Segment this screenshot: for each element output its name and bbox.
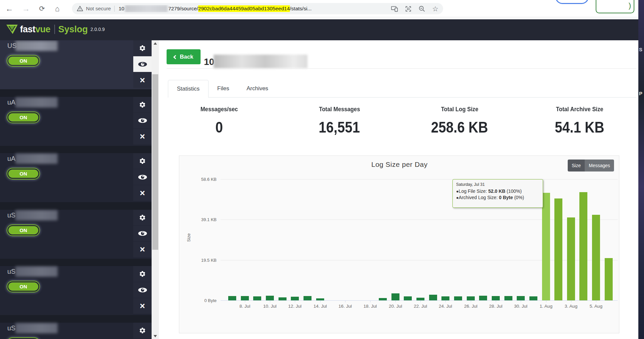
source-view-eye-icon[interactable] bbox=[133, 169, 152, 185]
stat-value: 258.6 KB bbox=[399, 118, 520, 136]
source-settings-gear-icon[interactable] bbox=[133, 153, 152, 169]
bar-archived-log-size[interactable] bbox=[517, 296, 525, 300]
toggle-on-pill[interactable]: ON bbox=[8, 57, 38, 65]
bar-log-file-size[interactable] bbox=[554, 198, 562, 300]
x-tick-label: 30. Jul bbox=[514, 304, 527, 309]
bar-archived-log-size[interactable] bbox=[379, 298, 387, 300]
bar-log-file-size[interactable] bbox=[605, 258, 613, 300]
bar-archived-log-size[interactable] bbox=[316, 298, 324, 300]
bar-archived-log-size[interactable] bbox=[279, 297, 287, 300]
devices-icon[interactable] bbox=[391, 5, 398, 12]
tooltip-date: Saturday, Jul 31 bbox=[456, 182, 539, 187]
bar-archived-log-size[interactable] bbox=[291, 297, 299, 300]
scroll-down-arrow[interactable] bbox=[152, 333, 159, 339]
stat-label: Total Log Size bbox=[399, 106, 520, 113]
toggle-on-pill[interactable]: ON bbox=[8, 170, 38, 178]
sidebar-scrollbar[interactable] bbox=[152, 40, 159, 339]
bar-archived-log-size[interactable] bbox=[404, 296, 412, 300]
browser-home-icon[interactable]: ⌂ bbox=[51, 0, 64, 17]
bar-archived-log-size[interactable] bbox=[504, 296, 512, 300]
bar-archived-log-size[interactable] bbox=[266, 296, 274, 300]
x-tick-label: 20. Jul bbox=[389, 304, 402, 309]
page-title-redacted-blur bbox=[214, 55, 308, 68]
toggle-on-pill[interactable]: ON bbox=[8, 226, 38, 234]
bar-archived-log-size[interactable] bbox=[429, 295, 437, 300]
source-delete-x-icon[interactable]: × bbox=[133, 298, 152, 314]
source-item[interactable]: uSON× bbox=[0, 266, 152, 315]
bar-archived-log-size[interactable] bbox=[441, 296, 449, 300]
bar-log-file-size[interactable] bbox=[579, 192, 587, 300]
bar-archived-log-size[interactable] bbox=[492, 296, 500, 300]
bar-archived-log-size[interactable] bbox=[529, 296, 537, 300]
source-item[interactable]: USON× bbox=[0, 40, 152, 89]
fastvue-logo: fastvue Syslog 2.0.0.9 bbox=[6, 24, 105, 35]
source-on-toggle[interactable]: ON bbox=[7, 55, 40, 67]
x-tick-label: 14. Jul bbox=[314, 304, 327, 309]
bar-log-file-size[interactable] bbox=[542, 193, 550, 300]
app-header: fastvue Syslog 2.0.0.9 bbox=[0, 19, 640, 40]
source-delete-x-icon[interactable]: × bbox=[133, 242, 152, 257]
eye-glyph bbox=[138, 118, 147, 123]
bar-archived-log-size[interactable] bbox=[454, 296, 462, 300]
source-delete-x-icon[interactable]: × bbox=[133, 72, 152, 88]
browser-toolbar: ← → ⟳ ⌂ Not secure 10 7279/source/ 2902c… bbox=[0, 0, 640, 17]
source-delete-x-icon[interactable]: × bbox=[133, 129, 152, 145]
source-delete-x-icon[interactable]: × bbox=[133, 185, 152, 201]
bar-log-file-size[interactable] bbox=[567, 217, 575, 300]
sources-sidebar: USON×uAON×uAON×uSON×uSON×uSON× bbox=[0, 40, 152, 339]
toggle-size-button[interactable]: Size bbox=[568, 160, 585, 171]
source-settings-gear-icon[interactable] bbox=[133, 40, 152, 56]
source-item[interactable]: uAON× bbox=[0, 153, 152, 202]
source-item[interactable]: uAON× bbox=[0, 97, 152, 146]
bar-archived-log-size[interactable] bbox=[391, 293, 399, 300]
back-button[interactable]: Back bbox=[167, 49, 201, 64]
bar-archived-log-size[interactable] bbox=[241, 296, 249, 300]
browser-forward-icon[interactable]: → bbox=[19, 0, 33, 17]
bar-archived-log-size[interactable] bbox=[467, 296, 475, 300]
toggle-on-pill[interactable]: ON bbox=[8, 282, 38, 291]
source-on-toggle[interactable]: ON bbox=[7, 112, 40, 123]
source-settings-gear-icon[interactable] bbox=[133, 97, 152, 113]
zoom-out-icon[interactable] bbox=[418, 5, 425, 12]
page-title: 10 bbox=[204, 57, 214, 67]
source-item[interactable]: uSON× bbox=[0, 323, 152, 339]
bar-archived-log-size[interactable] bbox=[228, 296, 236, 300]
toggle-messages-button[interactable]: Messages bbox=[585, 160, 614, 171]
source-on-toggle[interactable]: ON bbox=[7, 281, 40, 292]
source-view-eye-icon[interactable] bbox=[133, 56, 152, 72]
tab-statistics[interactable]: Statistics bbox=[168, 80, 209, 98]
qr-scan-icon[interactable] bbox=[405, 5, 412, 12]
browser-back-icon[interactable]: ← bbox=[3, 0, 16, 17]
x-tick-mark bbox=[245, 300, 245, 302]
scroll-up-arrow[interactable] bbox=[152, 40, 159, 46]
tab-files[interactable]: Files bbox=[209, 80, 238, 97]
source-item[interactable]: uSON× bbox=[0, 210, 152, 259]
browser-reload-icon[interactable]: ⟳ bbox=[35, 0, 49, 17]
tab-bar: StatisticsFilesArchives bbox=[168, 80, 636, 98]
scrollbar-thumb[interactable] bbox=[152, 74, 158, 250]
browser-profile-chip[interactable]: ) bbox=[596, 0, 634, 13]
bar-archived-log-size[interactable] bbox=[253, 296, 261, 300]
source-name-prefix: uA bbox=[7, 99, 15, 106]
url-highlighted-id: 2902cbad6da44459ad05abd1305eed14 bbox=[198, 5, 290, 12]
source-view-eye-icon[interactable] bbox=[133, 282, 152, 298]
source-on-toggle[interactable]: ON bbox=[7, 224, 40, 236]
source-on-toggle[interactable]: ON bbox=[7, 168, 40, 179]
source-view-eye-icon[interactable] bbox=[133, 226, 152, 241]
bar-archived-log-size[interactable] bbox=[416, 298, 424, 300]
bar-archived-log-size[interactable] bbox=[304, 296, 312, 300]
tab-archives[interactable]: Archives bbox=[238, 80, 277, 97]
toggle-on-pill[interactable]: ON bbox=[8, 113, 38, 122]
source-name-redacted-blur bbox=[15, 266, 58, 277]
browser-extension-chip[interactable] bbox=[555, 0, 589, 4]
bar-archived-log-size[interactable] bbox=[479, 296, 487, 300]
url-redacted-blur bbox=[125, 5, 168, 12]
source-settings-gear-icon[interactable] bbox=[133, 323, 152, 338]
bar-log-file-size[interactable] bbox=[592, 215, 600, 300]
address-bar[interactable]: Not secure 10 7279/source/ 2902cbad6da44… bbox=[72, 3, 443, 14]
source-view-eye-icon[interactable] bbox=[133, 113, 152, 129]
source-settings-gear-icon[interactable] bbox=[133, 266, 152, 282]
source-settings-gear-icon[interactable] bbox=[133, 210, 152, 225]
bookmark-star-icon[interactable]: ☆ bbox=[432, 5, 438, 12]
source-on-toggle[interactable]: ON bbox=[7, 337, 40, 339]
